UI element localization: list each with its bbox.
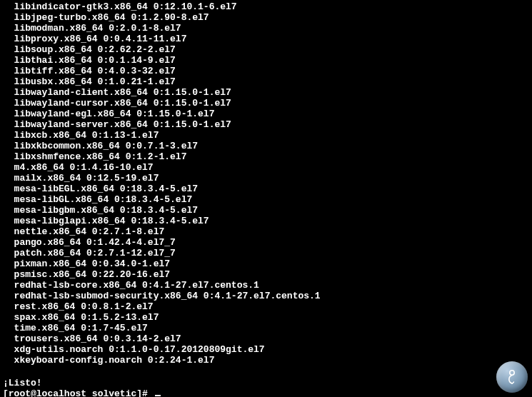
package-line: libindicator-gtk3.x86_64 0:12.10.1-6.el7	[3, 1, 532, 12]
package-line: libthai.x86_64 0:0.1.14-9.el7	[3, 55, 532, 66]
package-line: libjpeg-turbo.x86_64 0:1.2.90-8.el7	[3, 12, 532, 23]
package-line: m4.x86_64 0:1.4.16-10.el7	[3, 162, 532, 173]
package-line: xkeyboard-config.noarch 0:2.24-1.el7	[3, 355, 532, 366]
package-line: libsoup.x86_64 0:2.62.2-2.el7	[3, 44, 532, 55]
package-line: mesa-libgbm.x86_64 0:18.3.4-5.el7	[3, 205, 532, 216]
terminal-output[interactable]: libindicator-gtk3.x86_64 0:12.10.1-6.el7…	[0, 0, 532, 397]
package-line: xdg-utils.noarch 0:1.1.0-0.17.20120809gi…	[3, 344, 532, 355]
svg-point-0	[510, 371, 514, 375]
package-line: redhat-lsb-core.x86_64 0:4.1-27.el7.cent…	[3, 280, 532, 291]
package-line: libwayland-client.x86_64 0:1.15.0-1.el7	[3, 87, 532, 98]
package-line: nettle.x86_64 0:2.7.1-8.el7	[3, 226, 532, 237]
solvetic-watermark-icon	[496, 361, 528, 393]
package-line: mailx.x86_64 0:12.5-19.el7	[3, 173, 532, 184]
package-line: libwayland-cursor.x86_64 0:1.15.0-1.el7	[3, 98, 532, 109]
package-line: mesa-libEGL.x86_64 0:18.3.4-5.el7	[3, 184, 532, 194]
blank-line	[3, 366, 532, 376]
cursor	[155, 395, 161, 396]
package-line: libtiff.x86_64 0:4.0.3-32.el7	[3, 66, 532, 76]
package-line: libusbx.x86_64 0:1.0.21-1.el7	[3, 76, 532, 87]
package-line: patch.x86_64 0:2.7.1-12.el7_7	[3, 248, 532, 258]
package-line: mesa-libGL.x86_64 0:18.3.4-5.el7	[3, 194, 532, 205]
package-line: pango.x86_64 0:1.42.4-4.el7_7	[3, 237, 532, 248]
package-line: psmisc.x86_64 0:22.20-16.el7	[3, 269, 532, 280]
package-line: libxkbcommon.x86_64 0:0.7.1-3.el7	[3, 141, 532, 151]
prompt-user-host: root@localhost	[9, 388, 86, 397]
shell-prompt[interactable]: [root@localhost solvetic]#	[3, 388, 532, 397]
package-line: redhat-lsb-submod-security.x86_64 0:4.1-…	[3, 291, 532, 301]
package-line: libwayland-egl.x86_64 0:1.15.0-1.el7	[3, 109, 532, 119]
status-line: ¡Listo!	[3, 378, 532, 388]
package-line: libxshmfence.x86_64 0:1.2-1.el7	[3, 151, 532, 162]
prompt-cwd: solvetic	[92, 388, 136, 397]
package-line: time.x86_64 0:1.7-45.el7	[3, 323, 532, 333]
package-list: libindicator-gtk3.x86_64 0:12.10.1-6.el7…	[3, 1, 532, 366]
prompt-symbol: #	[142, 388, 148, 397]
package-line: pixman.x86_64 0:0.34.0-1.el7	[3, 258, 532, 269]
package-line: libwayland-server.x86_64 0:1.15.0-1.el7	[3, 119, 532, 130]
package-line: mesa-libglapi.x86_64 0:18.3.4-5.el7	[3, 216, 532, 226]
package-line: libproxy.x86_64 0:0.4.11-11.el7	[3, 34, 532, 44]
package-line: trousers.x86_64 0:0.3.14-2.el7	[3, 333, 532, 344]
package-line: libmodman.x86_64 0:2.0.1-8.el7	[3, 23, 532, 34]
package-line: spax.x86_64 0:1.5.2-13.el7	[3, 312, 532, 323]
package-line: rest.x86_64 0:0.8.1-2.el7	[3, 301, 532, 312]
package-line: libxcb.x86_64 0:1.13-1.el7	[3, 130, 532, 141]
